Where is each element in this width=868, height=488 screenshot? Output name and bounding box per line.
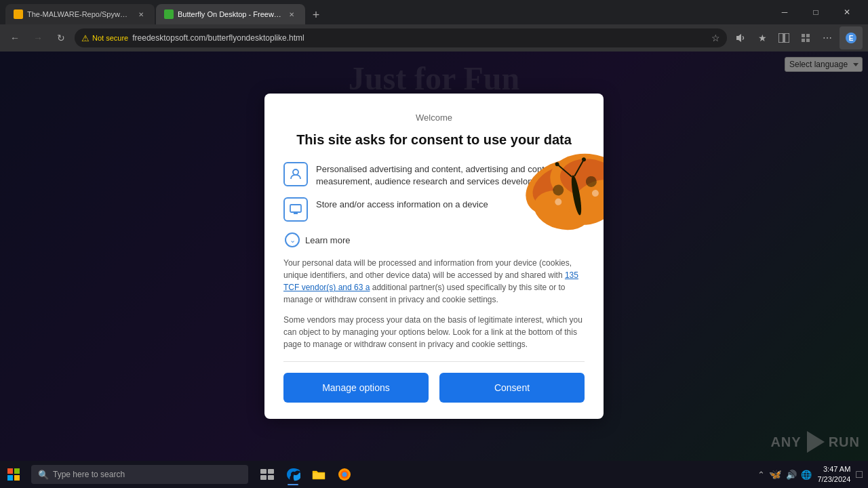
file-explorer-icon	[312, 468, 326, 481]
not-secure-label: Not secure	[92, 34, 128, 42]
consent-item-device-text: Store and/or access information on a dev…	[316, 197, 488, 211]
svg-rect-27	[14, 475, 20, 481]
manage-options-button[interactable]: Manage options	[283, 373, 429, 403]
svg-rect-31	[268, 475, 274, 480]
notification-icon[interactable]: 🦋	[769, 468, 782, 481]
svg-text:E: E	[849, 35, 854, 42]
time-display: 3:47 AM	[817, 464, 850, 474]
taskbar-search-icon: 🔍	[38, 470, 49, 480]
split-screen-svg	[778, 33, 789, 43]
taskbar-sys-icons: ⌃ 🦋 🔊 🌐	[757, 468, 812, 481]
task-view-icon	[260, 469, 274, 480]
add-favorites-icon[interactable]	[796, 28, 815, 47]
svg-rect-7	[290, 205, 301, 212]
url-text[interactable]: freedesktopsoft.com/butterflyondesktopli…	[132, 33, 707, 43]
close-button[interactable]: ✕	[831, 0, 863, 24]
svg-rect-28	[260, 469, 267, 474]
svg-rect-3	[785, 33, 789, 43]
refresh-button[interactable]: ↻	[52, 28, 71, 47]
desc-text-1: Your personal data will be processed and…	[283, 258, 572, 280]
edge-taskbar-icon[interactable]	[281, 462, 305, 487]
browser-chrome: The-MALWARE-Repo/Spyware/b... ✕ Butterfl…	[0, 0, 868, 52]
window-controls: ─ □ ✕	[769, 0, 863, 24]
taskbar-search-placeholder: Type here to search	[53, 470, 125, 479]
file-explorer-taskbar-icon[interactable]	[307, 462, 331, 487]
learn-more-row[interactable]: ⌄ Learn more	[285, 232, 585, 247]
consent-items-list: Personalised advertising and content, ad…	[283, 162, 585, 222]
task-view-button[interactable]	[255, 462, 279, 487]
favorites-icon[interactable]: ★	[753, 28, 772, 47]
forward-button[interactable]: →	[28, 28, 47, 47]
learn-more-chevron[interactable]: ⌄	[285, 232, 300, 247]
consent-icon-person	[283, 162, 308, 186]
add-fav-svg	[800, 33, 811, 43]
taskbar-search-box[interactable]: 🔍 Type here to search	[31, 465, 248, 484]
consent-icon-monitor	[283, 197, 308, 222]
windows-logo-icon	[7, 468, 20, 481]
edge-icon	[285, 467, 300, 482]
butterfly-favicon-icon	[165, 11, 172, 18]
star-icon[interactable]: ☆	[711, 33, 720, 43]
toolbar-icons: ★ ⋯ E	[731, 26, 863, 49]
maximize-button[interactable]: □	[800, 0, 831, 24]
tab-butterfly-close[interactable]: ✕	[286, 9, 297, 20]
extensions-icon[interactable]: E	[840, 26, 863, 49]
warning-icon: ⚠	[81, 33, 90, 43]
person-svg	[290, 168, 302, 180]
svg-rect-30	[260, 475, 267, 480]
tab-github-close[interactable]: ✕	[136, 9, 146, 20]
butterfly-favicon	[164, 9, 174, 19]
firefox-taskbar-icon[interactable]	[332, 462, 357, 487]
consent-modal: Welcome This site asks for consent to us…	[264, 94, 604, 419]
settings-icon[interactable]: ⋯	[818, 28, 837, 47]
svg-rect-25	[14, 468, 20, 474]
split-screen-icon[interactable]	[774, 28, 793, 47]
start-button[interactable]	[0, 461, 27, 488]
read-aloud-svg	[735, 33, 746, 43]
chevron-up-icon[interactable]: ⌃	[757, 470, 765, 480]
svg-rect-2	[778, 33, 783, 43]
notification-center-icon[interactable]: □	[856, 468, 863, 481]
svg-rect-26	[7, 475, 13, 481]
read-aloud-icon[interactable]	[731, 28, 750, 47]
svg-point-35	[342, 472, 347, 477]
taskbar-right: ⌃ 🦋 🔊 🌐 3:47 AM 7/23/2024 □	[757, 464, 868, 485]
new-tab-button[interactable]: +	[307, 5, 326, 24]
svg-rect-29	[268, 469, 274, 474]
modal-overlay: Welcome This site asks for consent to us…	[0, 52, 868, 461]
address-bar-row: ← → ↻ ⚠ Not secure freedesktopsoft.com/b…	[0, 24, 868, 52]
consent-description-2: Some vendors may process your data on th…	[283, 314, 585, 350]
taskbar: 🔍 Type here to search	[0, 461, 868, 488]
svg-rect-24	[7, 468, 13, 474]
minimize-button[interactable]: ─	[769, 0, 800, 24]
consent-item-advertising-text: Personalised advertising and content, ad…	[316, 162, 585, 188]
taskbar-time: 3:47 AM 7/23/2024	[817, 464, 850, 485]
modal-buttons: Manage options Consent	[283, 373, 585, 403]
date-display: 7/23/2024	[817, 474, 850, 485]
consent-item-device: Store and/or access information on a dev…	[283, 197, 585, 222]
taskbar-apps	[255, 462, 357, 487]
tab-github[interactable]: The-MALWARE-Repo/Spyware/b... ✕	[5, 4, 155, 24]
svg-point-6	[293, 169, 298, 175]
github-favicon-icon	[15, 11, 22, 18]
extensions-svg: E	[845, 32, 857, 44]
network-icon[interactable]: 🌐	[801, 470, 812, 480]
address-bar[interactable]: ⚠ Not secure freedesktopsoft.com/butterf…	[75, 28, 727, 47]
page-content: Just for Fun Select language English Fre…	[0, 52, 868, 461]
modal-divider	[283, 361, 585, 362]
modal-title: This site asks for consent to use your d…	[283, 131, 585, 148]
tab-butterfly[interactable]: Butterfly On Desktop - Freeware... ✕	[156, 4, 305, 24]
learn-more-label[interactable]: Learn more	[305, 235, 350, 245]
not-secure-indicator: ⚠ Not secure	[81, 33, 128, 43]
consent-item-advertising: Personalised advertising and content, ad…	[283, 162, 585, 188]
tab-bar: The-MALWARE-Repo/Spyware/b... ✕ Butterfl…	[0, 0, 868, 24]
consent-description-1: Your personal data will be processed and…	[283, 257, 585, 306]
consent-button[interactable]: Consent	[439, 373, 585, 403]
back-button[interactable]: ←	[5, 28, 24, 47]
svg-point-1	[165, 11, 172, 18]
speaker-icon[interactable]: 🔊	[786, 470, 797, 480]
monitor-svg	[290, 203, 302, 216]
modal-content: Welcome This site asks for consent to us…	[264, 94, 604, 419]
svg-rect-32	[313, 473, 325, 479]
tab-github-title: The-MALWARE-Repo/Spyware/b...	[27, 10, 132, 18]
